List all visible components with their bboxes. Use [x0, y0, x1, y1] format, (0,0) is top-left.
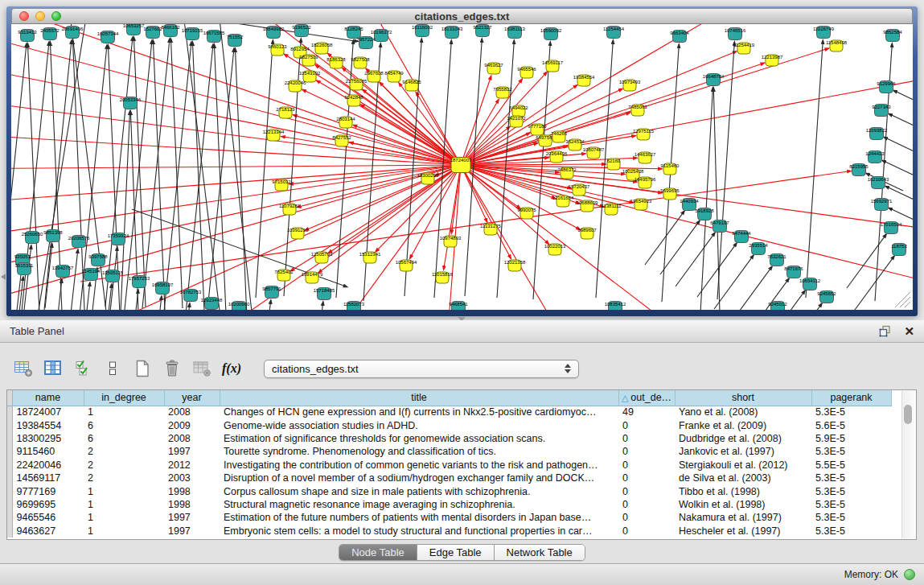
table-row[interactable]: 977716911998Corpus callosum shape and si… [7, 484, 891, 497]
table-cell[interactable]: 1998 [164, 484, 220, 497]
table-cell[interactable]: Wolkin et al. (1998) [675, 498, 811, 511]
column-header-pagerank[interactable]: pagerank [811, 390, 891, 406]
table-cell[interactable]: 1 [84, 406, 164, 418]
table-cell[interactable]: 2008 [164, 432, 220, 445]
table-cell[interactable]: 5.3E-5 [811, 484, 891, 497]
collapse-panel-icon[interactable] [1, 274, 6, 280]
table-cell[interactable]: 1997 [164, 511, 220, 524]
table-cell[interactable]: 5.3E-5 [811, 511, 891, 524]
table-cell[interactable]: 19384554 [12, 418, 84, 431]
table-cell[interactable]: Nakamura et al. (1997) [675, 511, 811, 524]
table-row[interactable]: 2242004622012Investigating the contribut… [7, 459, 891, 472]
node-table[interactable]: namein_degreeyeartitle△out_de…shortpager… [6, 389, 917, 540]
table-row[interactable]: 911546021997Tourette syndrome. Phenomeno… [7, 445, 891, 458]
table-cell[interactable]: 0 [618, 498, 675, 511]
window-titlebar[interactable]: citations_edges.txt [11, 8, 913, 24]
tab-edge-table[interactable]: Edge Table [417, 545, 495, 560]
new-column-icon[interactable] [132, 358, 153, 379]
table-cell[interactable]: 2 [84, 472, 164, 484]
column-header-short[interactable]: short [675, 390, 811, 406]
table-cell[interactable]: Jankovic et al. (1997) [675, 445, 811, 458]
table-cell[interactable]: Genome-wide association studies in ADHD. [220, 418, 618, 431]
table-cell[interactable]: 0 [618, 459, 675, 472]
show-column-icon[interactable] [43, 358, 64, 379]
table-cell[interactable]: 1 [84, 525, 164, 538]
table-row[interactable]: 1456911722003Disruption of a novel membe… [7, 472, 891, 484]
column-header-in_degree[interactable]: in_degree [84, 390, 164, 406]
table-cell[interactable]: Estimation of significance thresholds fo… [220, 432, 618, 445]
column-header-year[interactable]: year [164, 390, 220, 406]
table-cell[interactable]: 0 [618, 472, 675, 484]
table-cell[interactable]: Stergiakouli et al. (2012) [675, 459, 811, 472]
table-cell[interactable]: 1998 [164, 498, 220, 511]
table-cell[interactable]: 22420046 [12, 459, 84, 472]
table-cell[interactable]: de Silva et al. (2003) [675, 472, 811, 484]
table-cell[interactable]: 2012 [164, 459, 220, 472]
table-cell[interactable]: Corpus callosum shape and size in male p… [220, 484, 618, 497]
table-cell[interactable]: 5.6E-5 [811, 418, 891, 431]
select-all-check-icon[interactable] [72, 358, 93, 379]
table-cell[interactable]: 9115460 [12, 445, 84, 458]
tab-node-table[interactable]: Node Table [339, 545, 417, 560]
table-cell[interactable]: 1997 [164, 445, 220, 458]
table-row[interactable]: 1938455462009Genome-wide association stu… [7, 418, 891, 431]
table-cell[interactable]: Hescheler et al. (1997) [675, 525, 811, 538]
table-row[interactable]: 946362711997Embryonic stem cells: a mode… [7, 525, 891, 538]
table-cell[interactable]: 18724007 [12, 406, 84, 418]
table-cell[interactable]: 2008 [164, 406, 220, 418]
table-cell[interactable]: Tourette syndrome. Phenomenology and cla… [220, 445, 618, 458]
table-cell[interactable]: 6 [84, 418, 164, 431]
table-cell[interactable]: Disruption of a novel member of a sodium… [220, 472, 618, 484]
delete-table-icon[interactable] [191, 358, 212, 379]
table-row[interactable]: 969969511998Structural magnetic resonanc… [7, 498, 891, 511]
function-builder-icon[interactable]: f(x) [221, 358, 242, 379]
table-cell[interactable]: Changes of HCN gene expression and I(f) … [220, 406, 618, 418]
delete-column-icon[interactable] [162, 358, 183, 379]
table-cell[interactable]: Embryonic stem cells: a model to study s… [220, 525, 618, 538]
table-cell[interactable]: 6 [84, 432, 164, 445]
table-cell[interactable]: 2009 [164, 418, 220, 431]
table-cell[interactable]: 18300295 [12, 432, 84, 445]
close-panel-icon[interactable]: ✕ [904, 326, 914, 337]
table-cell[interactable]: 5.3E-5 [811, 445, 891, 458]
window-resize-grip[interactable] [895, 292, 910, 307]
table-cell[interactable]: 5.9E-5 [811, 432, 891, 445]
table-cell[interactable]: Structural magnetic resonance image aver… [220, 498, 618, 511]
table-cell[interactable]: 2003 [164, 472, 220, 484]
network-graph[interactable]: 9860123891295418226058982750981863281054… [11, 24, 913, 310]
table-cell[interactable]: Investigating the contribution of common… [220, 459, 618, 472]
table-cell[interactable]: 0 [618, 445, 675, 458]
table-cell[interactable]: 9777169 [12, 484, 84, 497]
table-cell[interactable]: Tibbo et al. (1998) [675, 484, 811, 497]
table-row[interactable]: 1830029562008Estimation of significance … [7, 432, 891, 445]
column-header-title[interactable]: title [220, 390, 618, 406]
table-cell[interactable]: 2 [84, 445, 164, 458]
minimize-window-button[interactable] [35, 11, 45, 21]
close-window-button[interactable] [19, 11, 29, 21]
table-scrollbar-thumb[interactable] [904, 405, 912, 424]
table-cell[interactable]: 5.3E-5 [811, 525, 891, 538]
table-cell[interactable]: 9463627 [12, 525, 84, 538]
table-row[interactable]: 946554611997Estimation of the future num… [7, 511, 891, 524]
table-cell[interactable]: 5.3E-5 [811, 472, 891, 484]
table-cell[interactable]: 1 [84, 511, 164, 524]
table-cell[interactable]: 0 [618, 511, 675, 524]
table-cell[interactable]: 0 [618, 525, 675, 538]
table-row[interactable]: 1872400712008Changes of HCN gene express… [7, 406, 891, 418]
tab-network-table[interactable]: Network Table [495, 545, 585, 560]
table-cell[interactable]: 0 [618, 432, 675, 445]
row-selector-icon[interactable] [102, 358, 123, 379]
table-cell[interactable]: 49 [618, 406, 675, 418]
table-cell[interactable]: Franke et al. (2009) [675, 418, 811, 431]
table-cell[interactable]: 14569117 [12, 472, 84, 484]
table-cell[interactable]: 5.5E-5 [811, 459, 891, 472]
table-scrollbar[interactable] [901, 391, 914, 538]
column-header-name[interactable]: name [12, 390, 84, 406]
column-header-out_de[interactable]: △out_de… [618, 390, 675, 406]
table-cell[interactable]: 1997 [164, 525, 220, 538]
table-cell[interactable]: 5.3E-5 [811, 498, 891, 511]
table-cell[interactable]: 9465546 [12, 511, 84, 524]
table-cell[interactable]: 0 [618, 484, 675, 497]
table-cell[interactable]: 5.3E-5 [811, 406, 891, 418]
table-cell[interactable]: Dudbridge et al. (2008) [675, 432, 811, 445]
